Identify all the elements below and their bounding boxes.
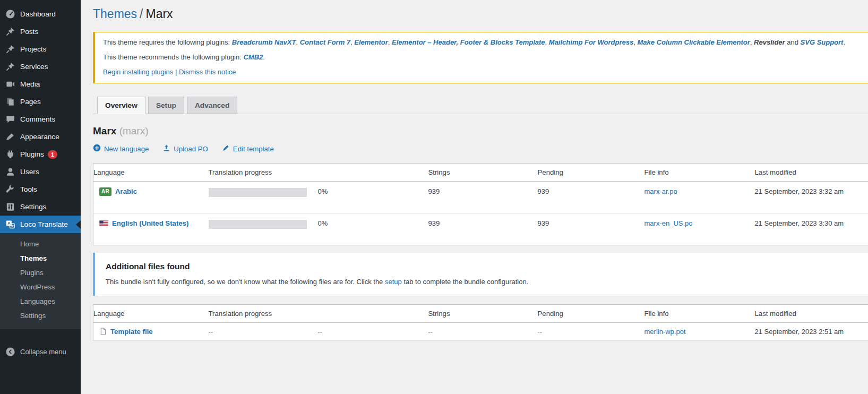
required-plugins-list: Breadcrumb NavXT, Contact Form 7, Elemen… [232,38,845,46]
po-file-link[interactable]: marx-ar.po [644,187,677,195]
files-table-body: Template file -- -- -- -- merlin-wp.pot … [93,323,868,340]
plugin-link: Revslider [754,38,785,46]
plugin-link[interactable]: Elementor [354,38,388,46]
sidebar-item-label: Pages [20,97,41,107]
sidebar-item[interactable]: Appearance [0,128,81,145]
translate-icon: A文 [5,219,15,229]
plugin-link[interactable]: Make Column Clickable Elementor [637,38,750,46]
column-header: Translation progress [209,305,318,323]
dashboard-icon [5,9,15,19]
sidebar-item[interactable]: Plugins 1 [0,145,81,163]
pushpin-icon [5,27,15,37]
main-content: Themes/Marx This theme requires the foll… [81,0,868,394]
sidebar-item[interactable]: Comments [0,110,81,128]
template-file-row: Template file -- -- -- -- merlin-wp.pot … [93,323,868,340]
sidebar-item[interactable]: Tools [0,181,81,198]
media-icon [5,79,15,89]
submenu-item[interactable]: WordPress [0,280,81,294]
column-header: Last modified [755,305,868,323]
sidebar-item-label: Tools [20,184,37,194]
sidebar-item[interactable]: Settings [0,198,81,216]
sidebar-item-label: Dashboard [20,9,56,19]
column-header: Translation progress [209,164,318,182]
sidebar-item[interactable]: Posts [0,23,81,40]
plugin-required-notice: This theme requires the following plugin… [93,32,868,83]
sidebar-item-label: Media [20,79,40,89]
comments-icon [5,114,15,124]
table-header-row: LanguageTranslation progressStringsPendi… [93,164,868,182]
action-separator: | [173,68,179,76]
submenu-item[interactable]: Themes [0,251,81,265]
plugin-link[interactable]: Elementor – Header, Footer & Blocks Temp… [392,38,545,46]
plugin-link[interactable]: Mailchimp For Wordpress [549,38,633,46]
plugin-separator: , [296,38,299,46]
pot-file-link[interactable]: merlin-wp.pot [644,328,686,336]
column-header: Strings [428,305,538,323]
language-link[interactable]: Arabic [115,187,137,195]
sidebar-item-label: Users [20,167,39,177]
sidebar-item-label: Posts [20,27,38,37]
sidebar-item[interactable]: Projects [0,40,81,58]
update-count-badge: 1 [48,150,57,159]
progress-percent: 0% [318,182,428,213]
progress-bar [209,188,307,197]
notice-actions: Begin installing plugins | Dismiss this … [103,67,868,78]
sidebar-item-label: Comments [20,114,55,124]
column-header: File info [644,164,755,182]
bundle-action-link[interactable]: New language [93,144,149,153]
plugin-link-cmb2[interactable]: CMB2 [243,53,263,61]
last-modified: 21 September, 2023 3:32 am [755,182,868,213]
wordpress-admin: Dashboard Posts Projects Services Me [0,0,868,394]
breadcrumb-themes-link[interactable]: Themes [93,7,137,21]
submenu-item[interactable]: Settings [0,309,81,323]
sidebar-item-label: Plugins [20,149,44,159]
collapse-arrow-icon [5,347,15,357]
plugin-link[interactable]: Contact Form 7 [300,38,350,46]
tab[interactable]: Advanced [187,97,237,114]
submenu-item[interactable]: Home [0,237,81,251]
sidebar-item[interactable]: A文 Loco Translate [0,216,81,233]
plugin-link[interactable]: SVG Support [801,38,844,46]
submenu-item[interactable]: Plugins [0,265,81,280]
po-file-link[interactable]: marx-en_US.po [644,219,693,227]
bundle-action-link[interactable]: Edit template [222,144,274,153]
bundle-action-link[interactable]: Upload PO [162,144,208,153]
pending-count: 939 [538,182,644,213]
column-header [318,305,428,323]
setup-tab-link[interactable]: setup [385,278,402,286]
us-flag-icon [99,220,108,226]
sidebar-item[interactable]: Dashboard [0,5,81,23]
bundle-slug: (marx) [119,125,149,136]
column-header: File info [644,305,755,323]
upload-icon [162,144,170,153]
plugins-icon [5,149,15,159]
language-code-badge: AR [99,187,111,196]
strings-count: 939 [428,213,538,245]
plugin-link[interactable]: Breadcrumb NavXT [232,38,296,46]
tab-bar: OverviewSetupAdvanced [93,97,868,114]
notice-action-link[interactable]: Dismiss this notice [179,68,236,76]
bundle-name: Marx [93,125,116,136]
loco-translate-submenu: HomeThemesPluginsWordPressLanguagesSetti… [0,233,81,329]
pending-placeholder: -- [538,323,644,340]
submenu-item[interactable]: Languages [0,294,81,309]
sidebar-item[interactable]: Users [0,163,81,181]
tab[interactable]: Setup [148,97,184,114]
file-icon [99,327,107,336]
notice-action-link[interactable]: Begin installing plugins [103,68,173,76]
last-modified: 21 September, 2023 2:51 am [755,323,868,340]
plugin-separator: . [843,38,845,46]
plugin-separator: and [785,38,801,46]
collapse-menu-button[interactable]: Collapse menu [0,344,81,360]
settings-icon [5,202,15,212]
sidebar-item[interactable]: Services [0,58,81,75]
tab[interactable]: Overview [97,97,145,114]
language-link[interactable]: English (United States) [112,219,188,227]
template-file-link[interactable]: Template file [110,328,153,336]
progress-bar [209,220,307,229]
sidebar-item[interactable]: Media [0,75,81,93]
pending-count: 939 [538,213,644,245]
sidebar-item[interactable]: Pages [0,93,81,110]
plugin-separator: , [545,38,549,46]
additional-files-table: LanguageTranslation progressStringsPendi… [93,304,868,340]
